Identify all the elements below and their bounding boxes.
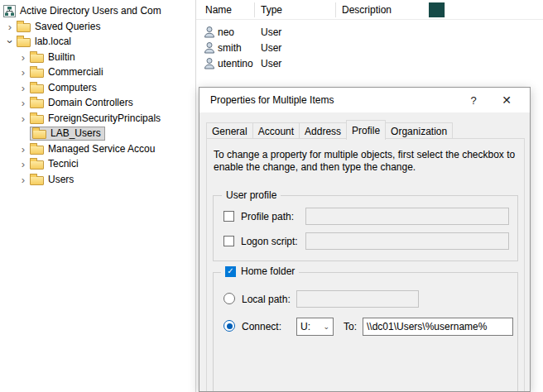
- cell-type: User: [261, 42, 281, 54]
- list-header: Name Type Description: [196, 0, 543, 20]
- dialog-titlebar[interactable]: Properties for Multiple Items ? ✕: [199, 88, 530, 112]
- tree-item-label: ForeignSecurityPrincipals: [48, 112, 161, 124]
- chevron-right-icon[interactable]: ›: [17, 52, 30, 63]
- logon-script-checkbox[interactable]: [223, 236, 234, 246]
- connect-path-input[interactable]: [363, 318, 513, 336]
- active-directory-icon: [3, 5, 16, 17]
- tree-item-foreignsecurityprincipals[interactable]: › ForeignSecurityPrincipals: [0, 111, 195, 126]
- close-button[interactable]: ✕: [493, 88, 521, 112]
- tab-organization[interactable]: Organization: [385, 122, 453, 139]
- tree-item-tecnici[interactable]: › Tecnici: [0, 156, 195, 171]
- folder-icon: [30, 176, 44, 185]
- drive-letter-select[interactable]: U: ⌄: [296, 318, 334, 336]
- user-icon: [204, 57, 215, 69]
- folder-icon: [30, 160, 44, 170]
- tree-item-label: Commerciali: [48, 66, 103, 78]
- local-path-field: [296, 290, 419, 308]
- cell-type: User: [261, 26, 281, 38]
- help-button[interactable]: ?: [459, 88, 488, 112]
- chevron-down-icon[interactable]: ›: [5, 35, 16, 48]
- folder-icon: [30, 115, 44, 124]
- column-separator[interactable]: [254, 2, 255, 17]
- chevron-right-icon[interactable]: ›: [17, 144, 30, 155]
- tab-description-text: To change a property for multiple object…: [214, 149, 526, 174]
- tree-item-managed-service-accounts[interactable]: › Managed Service Accou: [0, 141, 195, 156]
- cell-name: smith: [218, 42, 242, 54]
- group-label: User profile: [222, 189, 281, 201]
- cell-type: User: [261, 58, 281, 69]
- tree-item-label: Saved Queries: [35, 21, 100, 32]
- tab-general[interactable]: General: [206, 122, 253, 139]
- cell-name: utentino: [218, 58, 253, 69]
- connect-radio[interactable]: [223, 320, 235, 332]
- chevron-right-icon[interactable]: ›: [17, 98, 30, 108]
- chevron-right-icon[interactable]: ›: [17, 174, 30, 185]
- tree-item-domain-controllers[interactable]: › Domain Controllers: [0, 95, 195, 110]
- logon-script-field: [305, 232, 509, 250]
- tree-item-computers[interactable]: › Computers: [0, 80, 195, 95]
- tree-item-label: Tecnici: [48, 158, 79, 170]
- connect-label[interactable]: Connect:: [242, 321, 281, 332]
- tree-item-lab-users[interactable]: LAB_Users: [0, 126, 195, 141]
- drive-letter-value: U:: [300, 321, 310, 332]
- tab-profile[interactable]: Profile: [346, 120, 386, 140]
- dialog-title: Properties for Multiple Items: [210, 94, 334, 106]
- tab-address[interactable]: Address: [299, 122, 347, 139]
- column-header-name[interactable]: Name: [205, 4, 232, 16]
- tree-item-label: LAB_Users: [50, 127, 101, 139]
- folder-icon: [17, 38, 31, 47]
- user-icon: [204, 26, 215, 38]
- column-separator[interactable]: [335, 2, 336, 17]
- tree-item-lab-local[interactable]: › lab.local: [0, 34, 195, 49]
- folder-icon: [30, 84, 44, 93]
- chevron-right-icon[interactable]: ›: [17, 83, 30, 93]
- list-row-utentino[interactable]: utentino User: [196, 55, 543, 71]
- column-header-type[interactable]: Type: [261, 4, 282, 16]
- profile-path-field: [305, 208, 509, 225]
- aduc-window: Active Directory Users and Com › Saved Q…: [0, 0, 543, 392]
- to-label: To:: [344, 321, 357, 332]
- folder-icon: [30, 54, 44, 63]
- tree-selection[interactable]: LAB_Users: [30, 127, 105, 141]
- home-folder-checkbox[interactable]: ✓: [225, 266, 236, 277]
- local-path-label[interactable]: Local path:: [242, 294, 291, 305]
- profile-path-label[interactable]: Profile path:: [241, 211, 294, 222]
- folder-icon: [17, 23, 31, 32]
- header-color-block: [429, 2, 444, 17]
- tree-item-label: Active Directory Users and Com: [20, 5, 161, 17]
- tab-account[interactable]: Account: [252, 122, 300, 139]
- tree-item-builtin[interactable]: › Builtin: [0, 50, 195, 65]
- cell-name: neo: [218, 26, 234, 38]
- tree-item-commerciali[interactable]: › Commerciali: [0, 65, 195, 79]
- tree-item-label: Computers: [48, 82, 97, 93]
- home-folder-header[interactable]: ✓ Home folder: [221, 265, 299, 277]
- folder-icon: [30, 69, 44, 78]
- console-tree-pane: Active Directory Users and Com › Saved Q…: [0, 0, 195, 392]
- chevron-right-icon[interactable]: ›: [17, 159, 30, 170]
- tree-item-saved-queries[interactable]: › Saved Queries: [0, 19, 195, 34]
- tree-item-users[interactable]: › Users: [0, 172, 195, 187]
- folder-icon: [30, 99, 44, 108]
- column-separator[interactable]: [444, 2, 445, 17]
- tree-item-label: Managed Service Accou: [48, 143, 155, 155]
- folder-icon: [30, 146, 44, 155]
- tree-item-root[interactable]: Active Directory Users and Com: [0, 3, 195, 18]
- tree-item-label: Builtin: [48, 51, 75, 63]
- folder-icon: [32, 130, 46, 139]
- tree-item-label: Users: [48, 174, 74, 185]
- list-row-neo[interactable]: neo User: [196, 24, 543, 40]
- home-folder-label[interactable]: Home folder: [241, 265, 295, 277]
- list-row-smith[interactable]: smith User: [196, 40, 543, 55]
- logon-script-label[interactable]: Logon script:: [241, 236, 298, 247]
- user-icon: [204, 41, 215, 54]
- chevron-right-icon[interactable]: ›: [3, 22, 17, 32]
- properties-dialog: Properties for Multiple Items ? ✕ Genera…: [199, 87, 531, 392]
- tree-item-label: lab.local: [35, 36, 71, 47]
- chevron-right-icon[interactable]: ›: [17, 67, 30, 78]
- column-header-description[interactable]: Description: [342, 4, 392, 16]
- chevron-right-icon[interactable]: ›: [17, 113, 30, 124]
- profile-path-checkbox[interactable]: [223, 211, 234, 222]
- tab-strip: General Account Address Profile Organiza…: [206, 122, 452, 139]
- local-path-radio[interactable]: [223, 293, 235, 304]
- home-folder-group: ✓ Home folder Local path: Connect: U: ⌄ …: [213, 272, 518, 392]
